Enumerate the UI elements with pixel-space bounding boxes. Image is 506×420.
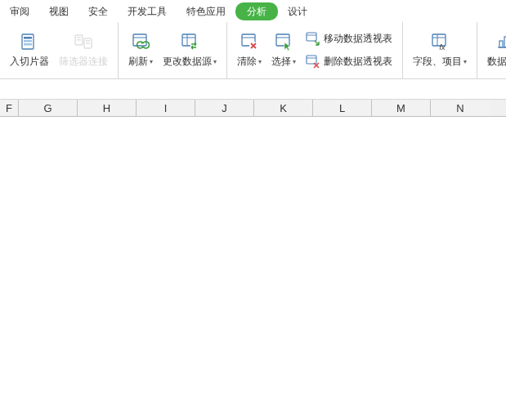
tab-view[interactable]: 视图 (39, 1, 78, 22)
ribbon-toolbar: 入切片器 筛选器连接 (0, 22, 506, 79)
chevron-down-icon: ▾ (293, 58, 296, 65)
tab-review[interactable]: 审阅 (0, 1, 39, 22)
pivot-actions: 移动数据透视表 删除数据透视表 (301, 30, 397, 71)
slicer-icon (20, 32, 39, 51)
delete-pivot-button[interactable]: 删除数据透视表 (304, 53, 394, 71)
svg-rect-2 (24, 40, 32, 42)
col-header-I[interactable]: I (137, 100, 195, 116)
col-header-H[interactable]: H (78, 100, 137, 116)
select-icon (274, 32, 293, 51)
svg-rect-3 (24, 43, 32, 46)
fields-items-icon: fx (430, 32, 450, 51)
svg-rect-10 (133, 34, 146, 46)
svg-rect-7 (77, 39, 81, 41)
col-header-J[interactable]: J (195, 100, 254, 116)
svg-rect-6 (77, 37, 81, 38)
clear-icon (240, 32, 259, 51)
pivot-chart-icon (497, 32, 506, 51)
fields-items-label: 字段、项目▾ (413, 55, 467, 69)
svg-text:fx: fx (439, 43, 446, 51)
select-button[interactable]: 选择▾ (266, 26, 301, 75)
clear-label: 清除▾ (237, 55, 262, 69)
fields-items-button[interactable]: fx 字段、项目▾ (408, 26, 472, 75)
svg-rect-9 (86, 42, 90, 44)
clear-button[interactable]: 清除▾ (232, 26, 266, 75)
move-pivot-label: 移动数据透视表 (324, 32, 392, 46)
chevron-down-icon: ▾ (463, 58, 467, 65)
change-source-button[interactable]: 更改数据源▾ (158, 26, 222, 75)
svg-rect-30 (499, 41, 503, 47)
filter-connect-icon (74, 32, 93, 51)
delete-pivot-label: 删除数据透视表 (324, 55, 392, 69)
tab-design[interactable]: 设计 (278, 1, 317, 22)
insert-slicer-button[interactable]: 入切片器 (5, 26, 54, 75)
chevron-down-icon: ▾ (258, 58, 262, 65)
refresh-button[interactable]: 刷新▾ (123, 26, 158, 75)
filter-connect-label: 筛选器连接 (59, 55, 108, 69)
change-source-icon (180, 32, 199, 51)
refresh-icon (131, 32, 150, 51)
tab-analysis[interactable]: 分析 (235, 2, 278, 20)
pivot-chart-label: 数据透视 (487, 55, 506, 69)
tab-security[interactable]: 安全 (78, 1, 118, 22)
svg-rect-8 (86, 40, 90, 42)
col-header-N[interactable]: N (431, 100, 490, 116)
col-header-M[interactable]: M (372, 100, 431, 116)
change-source-label: 更改数据源▾ (163, 55, 217, 69)
menu-tabs: 审阅 视图 安全 开发工具 特色应用 分析 设计 (0, 0, 506, 22)
select-label: 选择▾ (271, 55, 296, 69)
ribbon-group-operations: 清除▾ 选择▾ (227, 22, 403, 78)
filter-connect-button: 筛选器连接 (54, 26, 113, 75)
col-header-L[interactable]: L (313, 100, 372, 116)
ribbon-group-fields: fx 字段、项目▾ (403, 22, 477, 78)
svg-rect-22 (307, 33, 316, 41)
move-pivot-button[interactable]: 移动数据透视表 (304, 30, 394, 48)
chevron-down-icon: ▾ (150, 58, 153, 65)
col-header-F[interactable]: F (0, 100, 19, 116)
col-header-G[interactable]: G (19, 100, 78, 116)
ribbon-group-slicer: 入切片器 筛选器连接 (0, 22, 119, 78)
svg-rect-1 (24, 37, 32, 39)
refresh-label: 刷新▾ (128, 55, 153, 69)
move-pivot-icon (306, 32, 320, 47)
chevron-down-icon: ▾ (213, 58, 217, 65)
ribbon-group-data: 刷新▾ 更改数据源▾ (119, 22, 227, 78)
ribbon-group-chart: 数据透视 (477, 22, 506, 78)
formula-bar[interactable] (0, 79, 506, 100)
svg-rect-20 (276, 34, 289, 46)
delete-pivot-icon (306, 55, 320, 69)
col-header-K[interactable]: K (254, 100, 313, 116)
spreadsheet-grid[interactable] (0, 117, 506, 420)
column-headers: F G H I J K L M N (0, 100, 506, 117)
tab-special[interactable]: 特色应用 (177, 1, 235, 22)
svg-rect-24 (307, 56, 316, 64)
tab-devtools[interactable]: 开发工具 (118, 1, 177, 22)
pivot-chart-button[interactable]: 数据透视 (482, 26, 506, 75)
insert-slicer-label: 入切片器 (10, 55, 49, 69)
